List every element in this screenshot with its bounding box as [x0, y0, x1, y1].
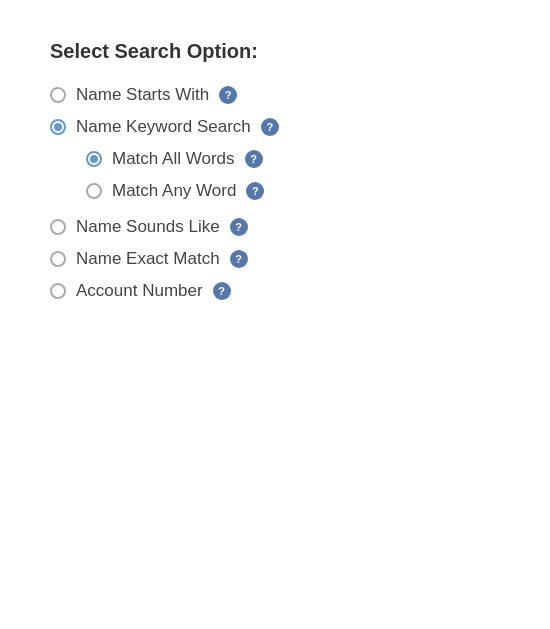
option-name-keyword-search[interactable]: Name Keyword Search ? [50, 117, 279, 137]
radio-name-sounds-like[interactable] [50, 219, 66, 235]
radio-inner-match-all-words [90, 155, 98, 163]
option-label-account-number: Account Number [76, 281, 203, 301]
option-label-name-exact-match: Name Exact Match [76, 249, 220, 269]
option-account-number[interactable]: Account Number ? [50, 281, 279, 301]
option-name-starts-with[interactable]: Name Starts With ? [50, 85, 279, 105]
help-icon-name-keyword-search[interactable]: ? [261, 118, 279, 136]
radio-match-any-word[interactable] [86, 183, 102, 199]
option-match-all-words[interactable]: Match All Words ? [86, 149, 279, 169]
option-label-name-sounds-like: Name Sounds Like [76, 217, 220, 237]
help-icon-name-sounds-like[interactable]: ? [230, 218, 248, 236]
option-label-match-any-word: Match Any Word [112, 181, 236, 201]
radio-inner-name-keyword-search [54, 123, 62, 131]
help-icon-account-number[interactable]: ? [213, 282, 231, 300]
search-options-panel: Select Search Option: Name Starts With ?… [50, 40, 279, 313]
option-name-exact-match[interactable]: Name Exact Match ? [50, 249, 279, 269]
help-icon-match-all-words[interactable]: ? [245, 150, 263, 168]
radio-name-starts-with[interactable] [50, 87, 66, 103]
section-title: Select Search Option: [50, 40, 279, 63]
help-icon-name-exact-match[interactable]: ? [230, 250, 248, 268]
help-icon-name-starts-with[interactable]: ? [219, 86, 237, 104]
option-name-sounds-like[interactable]: Name Sounds Like ? [50, 217, 279, 237]
radio-name-keyword-search[interactable] [50, 119, 66, 135]
radio-name-exact-match[interactable] [50, 251, 66, 267]
option-label-name-keyword-search: Name Keyword Search [76, 117, 251, 137]
help-icon-match-any-word[interactable]: ? [246, 182, 264, 200]
option-label-match-all-words: Match All Words [112, 149, 235, 169]
option-label-name-starts-with: Name Starts With [76, 85, 209, 105]
option-match-any-word[interactable]: Match Any Word ? [86, 181, 279, 201]
radio-match-all-words[interactable] [86, 151, 102, 167]
radio-account-number[interactable] [50, 283, 66, 299]
